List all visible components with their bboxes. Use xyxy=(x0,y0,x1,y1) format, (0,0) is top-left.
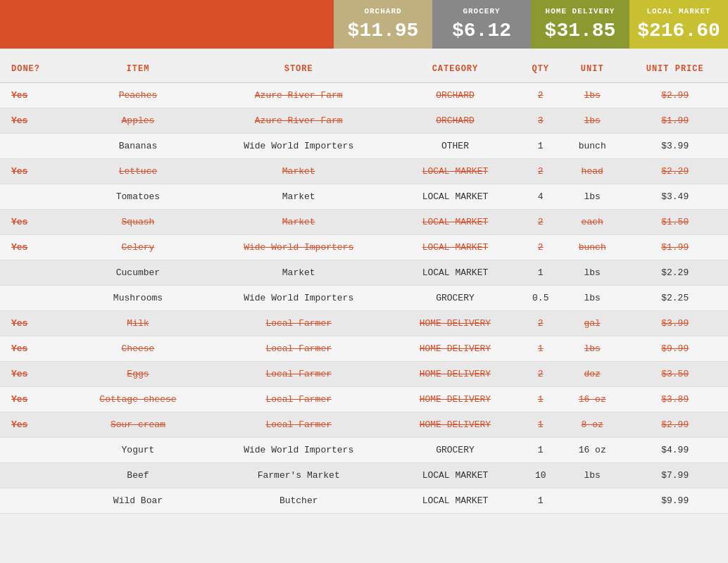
strikethrough-qty: 2 xyxy=(538,369,544,379)
strikethrough-price: $1.50 xyxy=(661,217,689,227)
done-yes: Yes xyxy=(11,166,27,177)
cell-price: $3.49 xyxy=(622,184,728,210)
col-header-unit-price: UNIT PRICE xyxy=(622,56,728,83)
cell-category: LOCAL MARKET xyxy=(391,235,518,260)
cell-qty: 3 xyxy=(519,108,563,134)
cell-qty: 2 xyxy=(519,311,563,336)
cell-store: Local Farmer xyxy=(206,387,391,412)
table-row: Wild BoarButcherLOCAL MARKET1$9.99 xyxy=(0,488,728,514)
table-body: YesPeachesAzure River FarmORCHARD2lbs$2.… xyxy=(0,83,728,514)
done-yes: Yes xyxy=(11,343,27,354)
cell-price: $2.29 xyxy=(622,260,728,286)
cell-done: Yes xyxy=(0,311,70,336)
table-row: YogurtWide World ImportersGROCERY116 oz$… xyxy=(0,438,728,463)
cell-category: HOME DELIVERY xyxy=(391,311,518,336)
strikethrough-qty: 1 xyxy=(538,419,544,430)
summary-col-home-delivery: HOME DELIVERY $31.85 xyxy=(531,0,629,49)
cell-qty: 1 xyxy=(519,438,563,463)
done-yes: Yes xyxy=(11,115,27,126)
cell-done: Yes xyxy=(0,235,70,260)
cell-done: Yes xyxy=(0,210,70,235)
cell-price: $1.99 xyxy=(622,108,728,134)
cell-store: Market xyxy=(206,184,391,210)
cell-price: $2.99 xyxy=(622,412,728,438)
cell-category: HOME DELIVERY xyxy=(391,362,518,387)
cell-qty: 2 xyxy=(519,83,563,108)
cell-price: $3.99 xyxy=(622,311,728,336)
cell-price: $7.99 xyxy=(622,463,728,488)
strikethrough-price: $1.99 xyxy=(661,115,689,126)
cell-unit: lbs xyxy=(563,260,622,286)
strikethrough-price: $3.50 xyxy=(661,369,689,379)
cell-done: Yes xyxy=(0,159,70,184)
cell-unit xyxy=(563,488,622,514)
strikethrough-item: Lettuce xyxy=(119,166,158,177)
cell-item: Cottage cheese xyxy=(70,387,206,412)
summary-cols: ORCHARD $11.95 GROCERY $6.12 HOME DELIVE… xyxy=(334,0,728,49)
strikethrough-category: ORCHARD xyxy=(436,90,475,101)
table-row: YesLettuceMarketLOCAL MARKET2head$2.29 xyxy=(0,159,728,184)
strikethrough-item: Squash xyxy=(122,217,155,227)
cell-qty: 1 xyxy=(519,488,563,514)
cell-price: $3.89 xyxy=(622,387,728,412)
summary-col-local-market: LOCAL MARKET $216.60 xyxy=(629,0,728,49)
strikethrough-item: Apples xyxy=(122,115,155,126)
table-row: YesEggsLocal FarmerHOME DELIVERY2doz$3.5… xyxy=(0,362,728,387)
cell-qty: 2 xyxy=(519,210,563,235)
table-row: YesSquashMarketLOCAL MARKET2each$1.50 xyxy=(0,210,728,235)
col-header-unit: UNIT xyxy=(563,56,622,83)
table-row: MushroomsWide World ImportersGROCERY0.5l… xyxy=(0,286,728,311)
cell-qty: 2 xyxy=(519,159,563,184)
cell-item: Sour cream xyxy=(70,412,206,438)
table-row: YesSour creamLocal FarmerHOME DELIVERY18… xyxy=(0,412,728,438)
cell-qty: 1 xyxy=(519,387,563,412)
cell-done: Yes xyxy=(0,387,70,412)
table-row: YesCheeseLocal FarmerHOME DELIVERY1lbs$9… xyxy=(0,336,728,362)
cell-done: Yes xyxy=(0,336,70,362)
summary-label-orchard: ORCHARD xyxy=(364,7,401,15)
cell-done: Yes xyxy=(0,108,70,134)
strikethrough-category: LOCAL MARKET xyxy=(422,217,489,227)
cell-unit: 8 oz xyxy=(563,412,622,438)
strikethrough-price: $2.29 xyxy=(661,166,689,177)
cell-item: Tomatoes xyxy=(70,184,206,210)
table-row: YesCeleryWide World ImportersLOCAL MARKE… xyxy=(0,235,728,260)
strikethrough-store: Market xyxy=(282,217,315,227)
strikethrough-category: LOCAL MARKET xyxy=(422,242,489,253)
table-header: DONE?ITEMSTORECATEGORYQTYUNITUNIT PRICE xyxy=(0,56,728,83)
cell-qty: 4 xyxy=(519,184,563,210)
grocery-table: DONE?ITEMSTORECATEGORYQTYUNITUNIT PRICE … xyxy=(0,56,728,514)
cell-qty: 1 xyxy=(519,412,563,438)
cell-price: $1.50 xyxy=(622,210,728,235)
summary-amount-local-market: $216.60 xyxy=(637,20,720,42)
cell-store: Local Farmer xyxy=(206,412,391,438)
strikethrough-store: Azure River Farm xyxy=(255,90,343,101)
strikethrough-unit: 8 oz xyxy=(582,419,603,430)
strikethrough-item: Peaches xyxy=(119,90,158,101)
cell-price: $2.25 xyxy=(622,286,728,311)
cell-category: HOME DELIVERY xyxy=(391,336,518,362)
strikethrough-price: $2.99 xyxy=(661,90,689,101)
done-yes: Yes xyxy=(11,217,27,227)
cell-store: Butcher xyxy=(206,488,391,514)
strikethrough-category: ORCHARD xyxy=(436,115,475,126)
header-section: ORCHARD $11.95 GROCERY $6.12 HOME DELIVE… xyxy=(0,0,728,49)
cell-store: Local Farmer xyxy=(206,362,391,387)
summary-label-grocery: GROCERY xyxy=(463,7,500,15)
strikethrough-category: HOME DELIVERY xyxy=(420,394,491,405)
cell-unit: lbs xyxy=(563,336,622,362)
strikethrough-qty: 3 xyxy=(538,115,544,126)
cell-item: Peaches xyxy=(70,83,206,108)
cell-unit: doz xyxy=(563,362,622,387)
summary-label-local-market: LOCAL MARKET xyxy=(646,7,710,15)
cell-store: Market xyxy=(206,260,391,286)
cell-store: Market xyxy=(206,159,391,184)
cell-unit: bunch xyxy=(563,134,622,159)
table-container: DONE?ITEMSTORECATEGORYQTYUNITUNIT PRICE … xyxy=(0,56,728,514)
cell-item: Apples xyxy=(70,108,206,134)
strikethrough-category: HOME DELIVERY xyxy=(420,318,491,329)
title-area xyxy=(0,0,334,49)
strikethrough-unit: bunch xyxy=(579,242,606,253)
strikethrough-unit: gal xyxy=(584,318,600,329)
cell-item: Bananas xyxy=(70,134,206,159)
